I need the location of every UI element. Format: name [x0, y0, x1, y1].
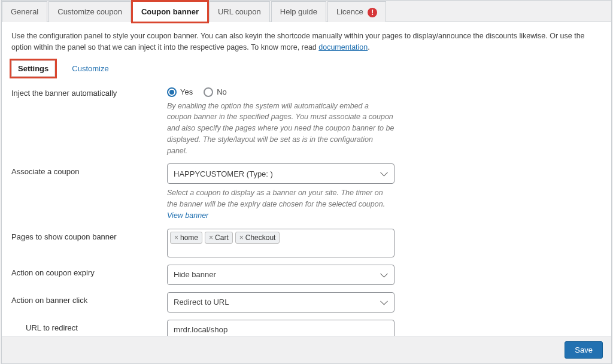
url-label: URL to redirect	[11, 320, 167, 332]
save-button[interactable]: Save	[565, 341, 603, 359]
tab-licence[interactable]: Licence !	[327, 1, 386, 22]
tab-url-coupon[interactable]: URL coupon	[209, 1, 270, 22]
url-redirect-input[interactable]	[167, 320, 394, 336]
tab-general[interactable]: General	[2, 1, 47, 22]
alert-icon: !	[368, 8, 377, 17]
inject-no-radio[interactable]: No	[204, 87, 227, 97]
subtab-customize[interactable]: Customize	[66, 61, 114, 76]
top-tabs: General Customize coupon Coupon banner U…	[2, 1, 611, 22]
pages-tag-input[interactable]: ×home ×Cart ×Checkout	[167, 229, 394, 257]
inject-yes-label: Yes	[180, 87, 193, 96]
subtab-settings[interactable]: Settings	[11, 60, 55, 77]
radio-icon	[167, 87, 177, 97]
tab-help-guide[interactable]: Help guide	[271, 1, 326, 22]
expiry-label: Action on coupon expiry	[11, 265, 167, 277]
view-banner-link[interactable]: View banner	[167, 211, 208, 220]
associate-label: Associate a coupon	[11, 163, 167, 176]
documentation-link[interactable]: documentation	[318, 43, 368, 51]
footer-bar: Save	[2, 336, 611, 363]
click-label: Action on banner click	[11, 292, 167, 305]
page-tag-home[interactable]: ×home	[170, 232, 202, 244]
page-tag-cart[interactable]: ×Cart	[205, 232, 233, 244]
expiry-action-select[interactable]: Hide banner	[167, 265, 394, 285]
close-icon[interactable]: ×	[239, 233, 244, 242]
page-tag-checkout[interactable]: ×Checkout	[235, 232, 280, 244]
content-area: Use the configuration panel to style you…	[2, 22, 611, 336]
inject-no-label: No	[217, 87, 227, 96]
associate-coupon-select[interactable]: HAPPYCUSTOMER (Type: )	[167, 163, 394, 184]
intro-text: Use the configuration panel to style you…	[11, 31, 602, 53]
subtabs: Settings Customize	[11, 60, 602, 77]
radio-icon	[204, 87, 213, 97]
inject-label: Inject the banner automatically	[11, 85, 167, 98]
tab-customize-coupon[interactable]: Customize coupon	[48, 1, 131, 22]
associate-description: Select a coupon to display as a banner o…	[167, 187, 394, 221]
inject-description: By enabling the option the system will a…	[167, 101, 394, 157]
close-icon[interactable]: ×	[174, 233, 178, 242]
click-action-select[interactable]: Redirect to URL	[167, 292, 394, 313]
tab-coupon-banner[interactable]: Coupon banner	[132, 1, 208, 22]
pages-label: Pages to show coupon banner	[11, 229, 167, 241]
inject-yes-radio[interactable]: Yes	[167, 87, 193, 97]
tab-licence-label: Licence	[336, 7, 363, 16]
close-icon[interactable]: ×	[209, 233, 213, 242]
